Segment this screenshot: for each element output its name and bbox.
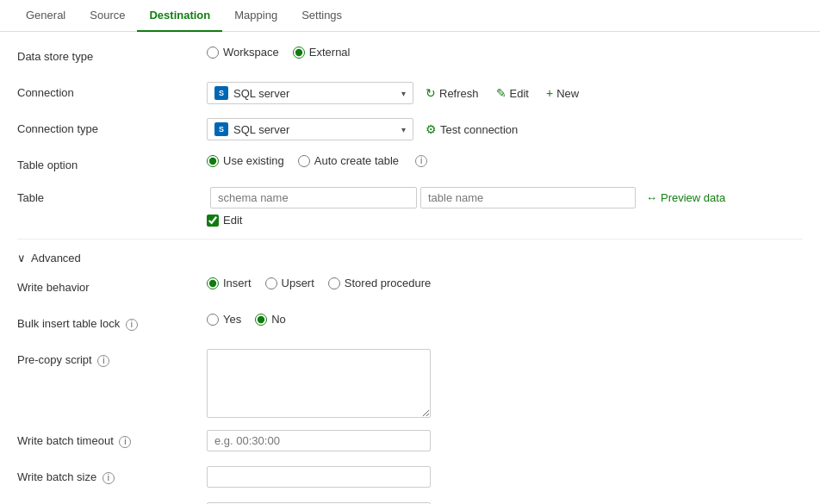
table-label-row: Table ↔ Preview data xyxy=(207,187,725,208)
connection-type-row: Connection type S SQL server ▾ ⚙ Test co… xyxy=(17,118,803,142)
table-option-controls: Use existing Auto create table i xyxy=(207,154,427,167)
edit-checkbox-label: Edit xyxy=(223,214,242,227)
connection-type-controls: S SQL server ▾ ⚙ Test connection xyxy=(207,118,523,140)
pre-copy-script-info-icon: i xyxy=(97,355,109,367)
table-option-label: Table option xyxy=(17,154,207,171)
bulk-no-radio[interactable] xyxy=(255,314,267,326)
pre-copy-script-label: Pre-copy script i xyxy=(17,349,207,367)
tab-destination[interactable]: Destination xyxy=(137,0,222,32)
use-existing-label: Use existing xyxy=(223,154,284,167)
preview-data-label: Preview data xyxy=(661,191,725,204)
auto-create-radio-item[interactable]: Auto create table xyxy=(298,154,399,167)
table-row: Table ↔ Preview data Edit xyxy=(17,187,803,227)
test-connection-label: Test connection xyxy=(440,123,518,136)
connection-label: Connection xyxy=(17,82,207,99)
write-batch-timeout-row: Write batch timeout i xyxy=(17,430,803,454)
tab-mapping[interactable]: Mapping xyxy=(222,0,289,32)
tab-settings[interactable]: Settings xyxy=(289,0,354,32)
write-batch-size-label: Write batch size i xyxy=(17,466,207,484)
use-existing-radio-item[interactable]: Use existing xyxy=(207,154,284,167)
tab-general[interactable]: General xyxy=(14,0,78,32)
bulk-yes-radio-item[interactable]: Yes xyxy=(207,313,241,326)
write-batch-size-controls xyxy=(207,466,431,488)
bulk-insert-controls: Yes No xyxy=(207,313,286,326)
preview-data-icon: ↔ xyxy=(646,191,657,204)
write-behavior-row: Write behavior Insert Upsert Stored proc… xyxy=(17,277,803,301)
table-option-info-icon: i xyxy=(415,155,427,167)
use-existing-radio[interactable] xyxy=(207,155,219,167)
bulk-insert-label: Bulk insert table lock i xyxy=(17,313,207,331)
connection-type-selected: SQL server xyxy=(233,123,398,136)
connection-dropdown[interactable]: S SQL server ▾ xyxy=(207,82,413,104)
tab-bar: General Source Destination Mapping Setti… xyxy=(0,0,820,32)
connection-selected: SQL server xyxy=(233,87,398,100)
stored-procedure-radio-item[interactable]: Stored procedure xyxy=(328,277,431,289)
test-connection-button[interactable]: ⚙ Test connection xyxy=(420,119,523,140)
write-batch-size-info-icon: i xyxy=(102,472,115,484)
refresh-icon: ↻ xyxy=(426,86,436,100)
workspace-label: Workspace xyxy=(223,46,279,59)
edit-checkbox[interactable] xyxy=(207,215,219,227)
new-icon: + xyxy=(546,86,553,100)
refresh-button[interactable]: ↻ Refresh xyxy=(420,83,484,103)
bulk-yes-radio[interactable] xyxy=(207,314,219,326)
stored-procedure-label: Stored procedure xyxy=(345,277,431,289)
advanced-toggle[interactable]: ∨ Advanced xyxy=(17,252,803,264)
bulk-yes-label: Yes xyxy=(223,313,241,326)
insert-radio-item[interactable]: Insert xyxy=(207,277,252,289)
section-divider xyxy=(17,239,803,240)
write-behavior-label: Write behavior xyxy=(17,277,207,294)
new-label: New xyxy=(556,87,579,100)
data-store-type-row: Data store type Workspace External xyxy=(17,46,803,70)
workspace-radio-item[interactable]: Workspace xyxy=(207,46,279,59)
external-radio[interactable] xyxy=(293,47,305,59)
edit-label: Edit xyxy=(510,87,529,100)
connection-row: Connection S SQL server ▾ ↻ Refresh ✎ Ed… xyxy=(17,82,803,106)
write-batch-timeout-controls xyxy=(207,430,431,451)
pre-copy-script-textarea[interactable] xyxy=(207,349,431,418)
table-name-input[interactable] xyxy=(420,187,636,208)
chevron-down-icon: ▾ xyxy=(401,89,406,98)
chevron-type-icon: ▾ xyxy=(401,125,406,134)
tab-source[interactable]: Source xyxy=(78,0,137,32)
write-batch-timeout-label: Write batch timeout i xyxy=(17,430,207,448)
external-radio-item[interactable]: External xyxy=(293,46,351,59)
refresh-label: Refresh xyxy=(439,87,479,100)
workspace-radio[interactable] xyxy=(207,47,219,59)
upsert-radio-item[interactable]: Upsert xyxy=(265,277,314,289)
connection-type-label: Connection type xyxy=(17,118,207,135)
upsert-label: Upsert xyxy=(282,277,314,289)
bulk-no-label: No xyxy=(271,313,286,326)
write-batch-size-input[interactable] xyxy=(207,466,431,488)
edit-icon: ✎ xyxy=(496,86,506,100)
write-batch-timeout-input[interactable] xyxy=(207,430,431,451)
external-label: External xyxy=(309,46,351,59)
table-option-row: Table option Use existing Auto create ta… xyxy=(17,154,803,178)
sql-icon: S xyxy=(214,86,228,100)
test-connection-icon: ⚙ xyxy=(426,122,437,136)
table-label: Table xyxy=(17,191,207,204)
edit-checkbox-item[interactable]: Edit xyxy=(207,214,242,227)
write-batch-size-row: Write batch size i xyxy=(17,466,803,490)
schema-name-input[interactable] xyxy=(210,187,417,208)
connection-type-dropdown[interactable]: S SQL server ▾ xyxy=(207,118,413,140)
edit-button[interactable]: ✎ Edit xyxy=(491,83,534,103)
advanced-label: Advanced xyxy=(31,252,81,264)
insert-label: Insert xyxy=(223,277,252,289)
auto-create-label: Auto create table xyxy=(314,154,399,167)
new-button[interactable]: + New xyxy=(541,83,584,103)
pre-copy-script-controls xyxy=(207,349,431,418)
stored-procedure-radio[interactable] xyxy=(328,277,340,289)
bulk-insert-row: Bulk insert table lock i Yes No xyxy=(17,313,803,337)
data-store-type-label: Data store type xyxy=(17,46,207,63)
bulk-insert-info-icon: i xyxy=(126,319,138,331)
write-batch-timeout-info-icon: i xyxy=(119,436,131,448)
collapse-icon: ∨ xyxy=(17,252,26,264)
bulk-no-radio-item[interactable]: No xyxy=(255,313,286,326)
upsert-radio[interactable] xyxy=(265,277,277,289)
form-body: Data store type Workspace External Conne… xyxy=(0,32,820,504)
connection-controls: S SQL server ▾ ↻ Refresh ✎ Edit + New xyxy=(207,82,584,104)
auto-create-radio[interactable] xyxy=(298,155,310,167)
insert-radio[interactable] xyxy=(207,277,219,289)
preview-data-link[interactable]: ↔ Preview data xyxy=(646,191,725,204)
